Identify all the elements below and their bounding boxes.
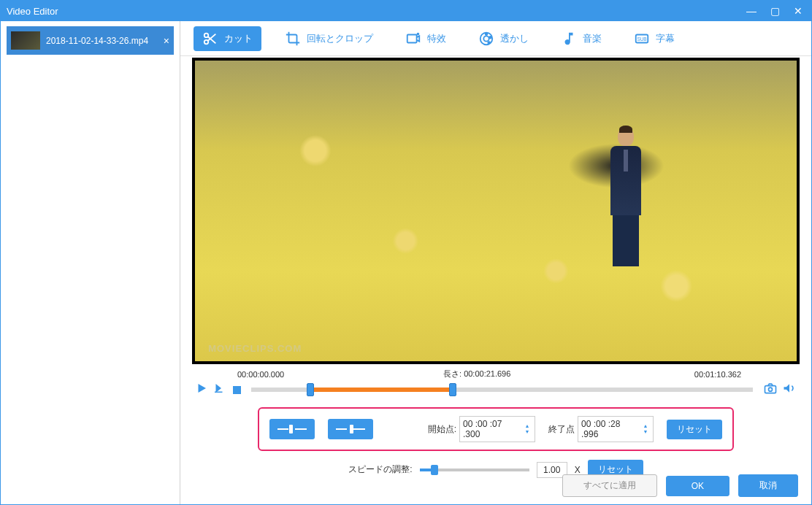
svg-rect-16 [765, 386, 776, 393]
tab-subtitle[interactable]: SUB 字幕 [625, 26, 683, 51]
svg-rect-22 [350, 425, 353, 433]
close-button[interactable]: ✕ [791, 4, 805, 18]
file-sidebar: 2018-11-02-14-33-26.mp4 × [1, 21, 180, 504]
file-close-icon[interactable]: × [164, 35, 169, 47]
end-spin-down[interactable]: ▼ [641, 429, 650, 435]
end-time-group: 終了点 00 :00 :28 .996 ▲ ▼ [548, 416, 654, 442]
volume-button[interactable] [782, 381, 797, 398]
apply-all-button[interactable]: すべてに適用 [562, 474, 657, 497]
file-thumbnail [11, 31, 40, 50]
file-name: 2018-11-02-14-33-26.mp4 [46, 36, 158, 46]
timeline-track[interactable] [251, 388, 753, 392]
preview-area: MOVIECLIPS.COM 00:00:00.000 長さ: 00:00:21… [180, 56, 811, 504]
svg-marker-14 [216, 384, 222, 393]
ok-button[interactable]: OK [666, 476, 729, 496]
tab-music[interactable]: 音楽 [552, 26, 610, 51]
scissors-icon [202, 31, 218, 47]
svg-rect-19 [289, 425, 293, 433]
timeline-selection [311, 388, 451, 392]
end-spin-up[interactable]: ▲ [641, 423, 650, 429]
watermark-icon [478, 31, 494, 47]
video-subject [604, 127, 648, 266]
start-spin-up[interactable]: ▲ [523, 423, 532, 429]
svg-point-17 [769, 388, 773, 391]
tab-effects[interactable]: 特效 [397, 26, 455, 51]
svg-text:SUB: SUB [637, 36, 646, 41]
svg-rect-15 [215, 392, 223, 393]
svg-point-0 [204, 33, 209, 37]
start-time-group: 開始点: 00 :00 :07 .300 ▲ ▼ [428, 416, 535, 442]
speed-slider[interactable] [420, 469, 529, 471]
tab-crop[interactable]: 回転とクロップ [276, 26, 382, 51]
app-title: Video Editor [7, 6, 744, 17]
timeline-handle-start[interactable] [307, 383, 314, 396]
start-spin-down[interactable]: ▼ [523, 429, 532, 435]
speed-label: スピードの調整: [348, 463, 412, 476]
toolbar: カット 回転とクロップ 特效 透かし [180, 21, 811, 56]
end-label: 終了点 [548, 423, 575, 436]
speed-unit: X [575, 465, 581, 475]
effects-icon [405, 31, 421, 47]
timeline-handle-end[interactable] [449, 383, 456, 396]
video-watermark: MOVIECLIPS.COM [208, 343, 302, 354]
step-button[interactable] [212, 382, 226, 398]
music-icon [561, 31, 577, 47]
play-button[interactable] [195, 382, 208, 398]
tab-cut-label: カット [224, 32, 253, 45]
main-panel: カット 回転とクロップ 特效 透かし [180, 21, 811, 504]
titlebar: Video Editor — ▢ ✕ [1, 1, 811, 21]
timeline-end-time: 00:01:10.362 [675, 370, 741, 379]
tab-music-label: 音楽 [583, 32, 602, 45]
svg-point-7 [483, 36, 489, 41]
cancel-button[interactable]: 取消 [738, 474, 798, 497]
svg-point-8 [486, 33, 488, 35]
playback-controls [192, 381, 800, 398]
tab-crop-label: 回転とクロップ [307, 32, 373, 45]
crop-icon [285, 31, 301, 47]
cut-settings-panel: 開始点: 00 :00 :07 .300 ▲ ▼ 終了点 00 :00 :28 … [258, 407, 734, 451]
cut-reset-button[interactable]: リセット [667, 420, 722, 439]
window-controls: — ▢ ✕ [744, 4, 805, 18]
timeline-length: 長さ: 00:00:21.696 [297, 369, 674, 379]
timeline-start-time: 00:00:00.000 [237, 370, 296, 379]
tab-watermark[interactable]: 透かし [470, 26, 537, 51]
footer-buttons: すべてに適用 OK 取消 [562, 474, 798, 497]
svg-marker-13 [199, 384, 207, 393]
tab-cut[interactable]: カット [194, 26, 261, 51]
tab-subtitle-label: 字幕 [656, 32, 675, 45]
start-label: 開始点: [428, 423, 456, 436]
snapshot-button[interactable] [763, 381, 778, 398]
svg-point-5 [418, 33, 419, 34]
svg-rect-4 [407, 34, 417, 42]
maximize-button[interactable]: ▢ [767, 4, 782, 18]
video-preview[interactable]: MOVIECLIPS.COM [192, 58, 800, 364]
svg-point-10 [488, 42, 490, 44]
subtitle-icon: SUB [634, 31, 650, 47]
tab-watermark-label: 透かし [500, 32, 529, 45]
set-start-button[interactable] [269, 419, 315, 439]
minimize-button[interactable]: — [744, 4, 759, 18]
start-time-input[interactable]: 00 :00 :07 .300 ▲ ▼ [459, 416, 535, 442]
svg-point-1 [204, 39, 209, 44]
file-tab[interactable]: 2018-11-02-14-33-26.mp4 × [7, 26, 174, 55]
svg-point-9 [489, 36, 491, 38]
end-time-input[interactable]: 00 :00 :28 .996 ▲ ▼ [578, 416, 654, 442]
tab-effects-label: 特效 [427, 32, 446, 45]
set-end-button[interactable] [328, 419, 373, 439]
timeline-labels: 00:00:00.000 長さ: 00:00:21.696 00:01:10.3… [192, 369, 800, 379]
stop-button[interactable] [233, 386, 241, 394]
speed-slider-handle[interactable] [431, 465, 438, 475]
